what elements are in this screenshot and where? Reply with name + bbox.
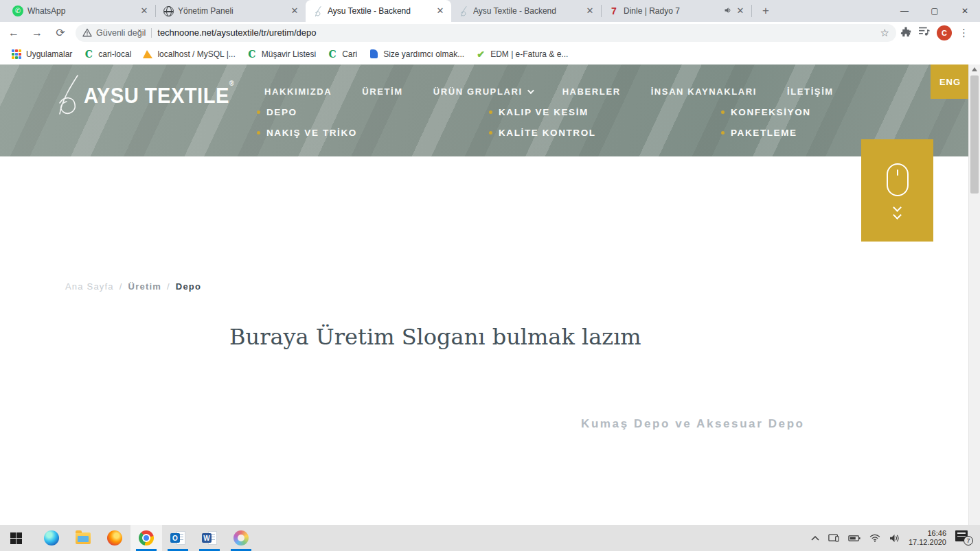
- battery-icon[interactable]: [848, 535, 861, 542]
- apps-grid-icon: [11, 49, 22, 60]
- tray-expand-chevron-icon[interactable]: [811, 535, 819, 541]
- nav-iletisim[interactable]: İLETİŞİM: [787, 86, 834, 97]
- extensions-puzzle-icon[interactable]: [900, 26, 911, 40]
- media-controls-icon[interactable]: [918, 26, 930, 39]
- language-switch-button[interactable]: ENG: [931, 65, 968, 99]
- tab-close-icon[interactable]: ✕: [435, 5, 446, 16]
- start-button[interactable]: [0, 525, 32, 551]
- tab-radyo7[interactable]: 7 Dinle | Radyo 7 ✕: [602, 0, 751, 22]
- bookmark-star-icon[interactable]: ☆: [880, 27, 889, 39]
- bookmark-edm-efatura[interactable]: ✔ EDM | e-Fatura & e...: [470, 46, 573, 62]
- cast-display-icon[interactable]: [828, 534, 839, 543]
- bookmark-size-yardimci[interactable]: Size yardımcı olmak...: [363, 46, 470, 62]
- bookmark-musavir-listesi[interactable]: C Müşavir Listesi: [241, 46, 321, 62]
- action-center-button[interactable]: 7: [955, 530, 973, 546]
- registered-mark: ®: [229, 80, 234, 87]
- radyo7-icon: 7: [608, 5, 619, 16]
- bookmark-label: cari-local: [98, 49, 131, 59]
- breadcrumb-uretim[interactable]: Üretim: [128, 281, 161, 292]
- bookmark-cari[interactable]: C Cari: [321, 46, 363, 62]
- security-status-text[interactable]: Güvenli değil: [96, 28, 146, 38]
- taskbar-word[interactable]: W: [194, 525, 225, 551]
- new-tab-button[interactable]: +: [756, 1, 775, 21]
- chevron-down-icon: [527, 87, 534, 94]
- tab-whatsapp[interactable]: ✆ WhatsApp ✕: [5, 0, 155, 22]
- close-button[interactable]: ✕: [950, 0, 980, 22]
- submenu-nakis-ve-triko[interactable]: NAKIŞ VE TRİKO: [257, 128, 357, 138]
- tab-yonetim-paneli[interactable]: Yönetim Paneli ✕: [156, 0, 306, 22]
- notification-count-badge: 7: [964, 536, 973, 546]
- tab-aysu-textile-active[interactable]: Aysu Textile - Backend ✕: [306, 0, 451, 22]
- tab-title: WhatsApp: [27, 6, 135, 16]
- taskbar-firefox[interactable]: [99, 525, 130, 551]
- window-controls: — ▢ ✕: [889, 0, 980, 22]
- cari-icon: C: [327, 49, 338, 60]
- nav-insan-kaynaklari[interactable]: İNSAN KAYNAKLARI: [651, 86, 757, 97]
- breadcrumb-current: Depo: [176, 281, 201, 292]
- not-secure-warning-icon[interactable]: [82, 28, 92, 37]
- nav-uretim[interactable]: ÜRETİM: [362, 86, 402, 97]
- page-viewport: AYSU TEXTILE® HAKKIMIZDA ÜRETİM ÜRÜN GRU…: [0, 65, 968, 525]
- nav-urun-gruplari[interactable]: ÜRÜN GRUPLARI: [433, 86, 532, 97]
- chrome-icon: [139, 530, 154, 546]
- tab-title: Aysu Textile - Backend: [473, 6, 580, 16]
- tab-close-icon[interactable]: ✕: [735, 5, 746, 16]
- double-chevron-down-icon: [894, 204, 900, 218]
- firefox-icon: [107, 530, 122, 546]
- site-logo[interactable]: AYSU TEXTILE®: [55, 74, 244, 117]
- submenu-kalip-ve-kesim[interactable]: KALIP VE KESİM: [489, 107, 596, 117]
- section-subtitle: Kumaş Depo ve Aksesuar Depo: [581, 417, 805, 431]
- file-explorer-icon: [76, 532, 91, 544]
- tab-close-icon[interactable]: ✕: [289, 5, 300, 16]
- nav-hakkimizda[interactable]: HAKKIMIZDA: [264, 86, 332, 97]
- breadcrumb: Ana Sayfa / Üretim / Depo: [65, 281, 201, 292]
- tab-close-icon[interactable]: ✕: [139, 5, 150, 16]
- submenu-kalite-kontrol[interactable]: KALİTE KONTROL: [489, 128, 596, 138]
- volume-icon[interactable]: [889, 534, 900, 543]
- tab-title: Aysu Textile - Backend: [328, 6, 431, 16]
- omnibox-divider: [151, 28, 152, 38]
- submenu-column-3: KONFEKSİYON PAKETLEME: [721, 107, 811, 138]
- nav-haberler[interactable]: HABERLER: [562, 86, 621, 97]
- scrollbar-thumb[interactable]: [970, 75, 979, 194]
- page-scrollbar[interactable]: [968, 65, 980, 525]
- scroll-down-indicator[interactable]: [861, 139, 933, 242]
- reload-button[interactable]: ⟳: [51, 23, 70, 43]
- tab-close-icon[interactable]: ✕: [584, 5, 595, 16]
- bookmark-phpmyadmin[interactable]: localhost / MySQL |...: [137, 46, 240, 62]
- browser-tab-bar: ✆ WhatsApp ✕ Yönetim Paneli ✕ Aysu Texti…: [0, 0, 980, 22]
- taskbar-chrome[interactable]: [130, 525, 162, 551]
- url-text[interactable]: technoone.net/aysutextile/tr/uretim/depo: [157, 27, 316, 38]
- submenu-paketleme[interactable]: PAKETLEME: [721, 128, 811, 138]
- url-omnibox[interactable]: Güvenli değil technoone.net/aysutextile/…: [76, 24, 896, 42]
- submenu-depo[interactable]: DEPO: [257, 107, 357, 117]
- tab-title: Dinle | Radyo 7: [624, 6, 720, 16]
- scrollbar-up-arrow-icon[interactable]: [972, 67, 977, 71]
- breadcrumb-home[interactable]: Ana Sayfa: [65, 281, 114, 292]
- browser-menu-icon[interactable]: ⋮: [959, 27, 969, 39]
- maximize-button[interactable]: ▢: [920, 0, 950, 22]
- system-tray: 16:46 17.12.2020 7: [811, 525, 980, 551]
- mouse-icon: [887, 163, 909, 196]
- minimize-button[interactable]: —: [889, 0, 920, 22]
- taskbar-file-explorer[interactable]: [67, 525, 99, 551]
- taskbar-clock[interactable]: 16:46 17.12.2020: [909, 529, 946, 547]
- back-button[interactable]: ←: [4, 23, 23, 43]
- bookmark-cari-local[interactable]: C cari-local: [78, 46, 137, 62]
- taskbar-outlook[interactable]: O: [162, 525, 194, 551]
- profile-avatar[interactable]: C: [937, 25, 952, 40]
- submenu-column-1: DEPO NAKIŞ VE TRİKO: [257, 107, 357, 138]
- forward-button[interactable]: →: [27, 23, 47, 43]
- bookmark-apps[interactable]: Uygulamalar: [5, 46, 78, 62]
- aysu-logo-icon: [312, 5, 323, 16]
- taskbar-edge[interactable]: [36, 525, 67, 551]
- taskbar-paint[interactable]: [225, 525, 257, 551]
- paint-icon: [233, 530, 249, 546]
- cari-icon: C: [83, 49, 94, 60]
- wifi-icon[interactable]: [869, 534, 880, 542]
- submenu-konfeksiyon[interactable]: KONFEKSİYON: [721, 107, 811, 117]
- tab-audio-icon[interactable]: [724, 6, 732, 16]
- windows-taskbar: O W 16:46 17.12.2020 7: [0, 525, 980, 551]
- tab-aysu-textile-2[interactable]: Aysu Textile - Backend ✕: [451, 0, 601, 22]
- aysu-logo-mark-icon: [55, 74, 84, 117]
